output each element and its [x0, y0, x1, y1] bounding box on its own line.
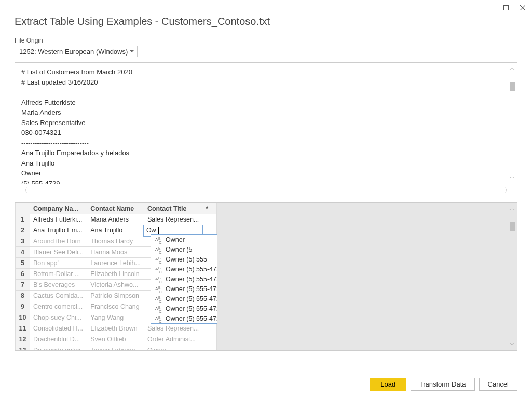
suggestion-item[interactable]: BOwner (5) 555-4729 --------------------… [151, 294, 217, 304]
row-number: 1 [16, 214, 30, 225]
table-row[interactable]: 13Du monde entierJanine LabruneOwner [16, 345, 217, 351]
column-header-contact-name[interactable]: Contact Name [87, 203, 144, 214]
cell-contact-name[interactable]: Janine Labrune [87, 345, 144, 351]
cell-company[interactable]: Alfreds Futterki... [30, 214, 87, 225]
table-row[interactable]: 1Alfreds Futterki...Maria AndersSales Re… [16, 214, 217, 225]
scroll-down-icon[interactable]: ﹀ [509, 340, 515, 349]
suggestion-text: Owner (5) 555 [166, 256, 207, 263]
cell-company[interactable]: Bottom-Dollar ... [30, 269, 87, 280]
suggestion-item[interactable]: BOwner (5) 555-4729 [151, 264, 217, 274]
cell-contact-name[interactable]: Francisco Chang [87, 301, 144, 312]
cell-contact-title[interactable]: Owner [144, 345, 202, 351]
cell-extra[interactable] [202, 334, 217, 345]
grid-empty-area: ︿ ﹀ [217, 203, 517, 350]
cell-contact-title[interactable]: Sales Represen... [144, 323, 202, 334]
table-row[interactable]: 12Drachenblut D...Sven OttliebOrder Admi… [16, 334, 217, 345]
row-number: 10 [16, 312, 30, 323]
cell-contact-name[interactable]: Laurence Lebih... [87, 258, 144, 269]
cell-contact-title[interactable]: Sales Represen... [144, 214, 202, 225]
table-row[interactable]: 11Consolidated H...Elizabeth BrownSales … [16, 323, 217, 334]
row-number: 2 [16, 225, 30, 236]
suggestion-item[interactable]: BOwner (5) 555 [151, 254, 217, 264]
maximize-icon[interactable] [500, 3, 512, 13]
row-number: 7 [16, 280, 30, 291]
cell-company[interactable]: Blauer See Deli... [30, 247, 87, 258]
close-icon[interactable] [516, 3, 529, 13]
transform-data-button[interactable]: Transform Data [411, 378, 475, 391]
suggestion-item[interactable]: BOwner [151, 235, 217, 244]
cell-company[interactable]: Chop-suey Chi... [30, 312, 87, 323]
cell-company[interactable]: Du monde entier [30, 345, 87, 351]
cell-contact-name[interactable]: Ana Trujillo [87, 225, 144, 236]
cell-contact-name[interactable]: Elizabeth Lincoln [87, 269, 144, 280]
suggestion-text: Owner [166, 236, 185, 243]
scroll-right-icon[interactable]: 〉 [504, 186, 511, 195]
cell-company[interactable]: Centro comerci... [30, 301, 87, 312]
cell-company[interactable]: Consolidated H... [30, 323, 87, 334]
cell-contact-name[interactable]: Yang Wang [87, 312, 144, 323]
suggestion-item[interactable]: BOwner (5) 555-4729 --------------------… [151, 304, 217, 313]
cell-company[interactable]: Drachenblut D... [30, 334, 87, 345]
autocomplete-suggestions[interactable]: BOwnerBOwner (5BOwner (5) 555BOwner (5) … [151, 234, 217, 324]
scrollbar-thumb[interactable] [510, 222, 515, 231]
suggestion-item[interactable]: BOwner (5) 555-4729 --------------------… [151, 313, 217, 323]
cell-company[interactable]: Around the Horn [30, 236, 87, 247]
row-number: 8 [16, 291, 30, 301]
row-number: 11 [16, 323, 30, 334]
row-number: 6 [16, 269, 30, 280]
cell-contact-name[interactable]: Victoria Ashwo... [87, 280, 144, 291]
scroll-up-icon[interactable]: ︿ [509, 204, 515, 213]
scrollbar-thumb[interactable] [510, 82, 515, 91]
suggestion-text: Owner (5) 555-4729 ---------------------… [166, 305, 217, 312]
load-button[interactable]: Load [370, 378, 406, 391]
cell-company[interactable]: Bon app' [30, 258, 87, 269]
suggestion-text: Owner (5) 555-4729 ---------------------… [166, 276, 217, 283]
suggestion-item[interactable]: BOwner (5) 555-4729 --------------------… [151, 284, 217, 294]
file-preview-pane: # List of Customers from March 2020 # La… [15, 62, 517, 197]
row-number: 12 [16, 334, 30, 345]
cell-contact-name[interactable]: Thomas Hardy [87, 236, 144, 247]
cell-contact-name[interactable]: Elizabeth Brown [87, 323, 144, 334]
row-number: 4 [16, 247, 30, 258]
file-origin-value: 1252: Western European (Windows) [19, 48, 128, 56]
suggestion-text: Owner (5) 555-4729 [166, 266, 217, 273]
scroll-down-icon[interactable]: ﹀ [509, 174, 515, 183]
row-number: 3 [16, 236, 30, 247]
cell-company[interactable]: Ana Trujillo Em... [30, 225, 87, 236]
row-number: 13 [16, 345, 30, 351]
column-header-contact-title[interactable]: Contact Title [144, 203, 202, 214]
cancel-button[interactable]: Cancel [479, 378, 517, 391]
suggestion-text: Owner (5) 555-4729 ---------------------… [166, 285, 217, 293]
cell-contact-name[interactable]: Sven Ottlieb [87, 334, 144, 345]
rownum-header [16, 203, 30, 214]
preview-v-scrollbar[interactable]: ︿ ﹀ [509, 64, 516, 183]
row-number: 5 [16, 258, 30, 269]
row-number: 9 [16, 301, 30, 312]
column-header-company[interactable]: Company Na... [30, 203, 87, 214]
scroll-up-icon[interactable]: ︿ [509, 64, 515, 73]
cell-extra[interactable] [202, 214, 217, 225]
cell-extra[interactable] [202, 345, 217, 351]
cell-company[interactable]: B's Beverages [30, 280, 87, 291]
cell-company[interactable]: Cactus Comida... [30, 291, 87, 301]
grid-v-scrollbar[interactable]: ︿ ﹀ [509, 204, 516, 349]
suggestion-text: Owner (5) 555-4729 ---------------------… [166, 295, 217, 302]
column-header-add[interactable]: * [202, 203, 217, 214]
file-origin-label: File Origin [15, 37, 517, 44]
cell-contact-name[interactable]: Hanna Moos [87, 247, 144, 258]
page-title: Extract Table Using Examples - Customers… [15, 16, 517, 27]
file-preview-text: # List of Customers from March 2020 # La… [15, 63, 517, 184]
suggestion-text: Owner (5 [166, 246, 192, 253]
cell-contact-name[interactable]: Maria Anders [87, 214, 144, 225]
svg-rect-0 [504, 6, 509, 10]
cell-contact-name[interactable]: Patricio Simpson [87, 291, 144, 301]
file-origin-dropdown[interactable]: 1252: Western European (Windows) [15, 46, 138, 57]
suggestion-item[interactable]: BOwner (5) 555-4729 --------------------… [151, 274, 217, 284]
cell-extra[interactable] [202, 323, 217, 334]
preview-h-scrollbar[interactable]: 〈 〉 [15, 184, 517, 197]
example-table: Company Na... Contact Name Contact Title… [15, 202, 517, 351]
suggestion-text: Owner (5) 555-4729 ---------------------… [166, 315, 217, 322]
suggestion-item[interactable]: BOwner (5 [151, 244, 217, 254]
cell-contact-title[interactable]: Order Administ... [144, 334, 202, 345]
scroll-left-icon[interactable]: 〈 [21, 186, 28, 195]
